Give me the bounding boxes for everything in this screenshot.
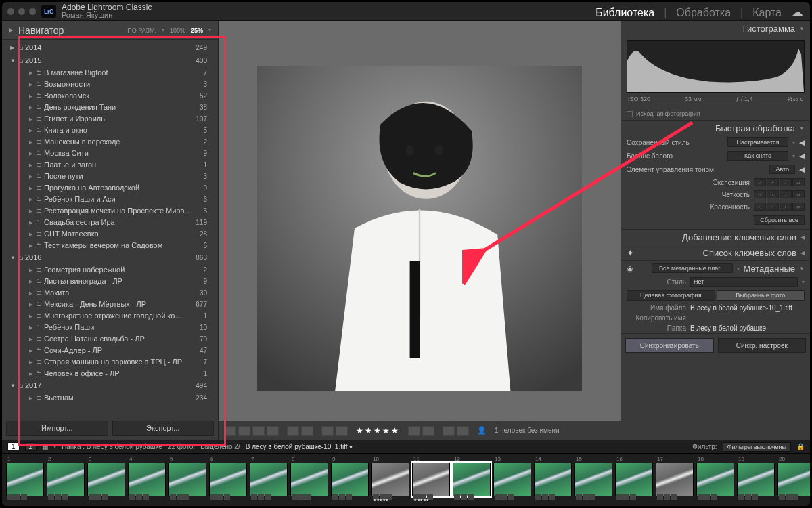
subfolder[interactable]: ▶🗀Макита30 [2,287,218,299]
disclosure-icon[interactable]: ▶ [29,183,32,193]
filmstrip-thumb[interactable]: 15 [574,457,612,501]
filmstrip-thumb[interactable]: 11★★★★★ [412,457,450,501]
disclosure-icon[interactable]: ▼ [10,381,16,391]
disclosure-icon[interactable]: ▼ [10,253,16,263]
saved-preset-select[interactable]: Настраивается [727,137,788,147]
disclosure-icon[interactable]: ▶ [29,240,32,251]
sync-button[interactable]: Синхронизировать [625,338,714,353]
filmstrip-thumb[interactable]: 9 [331,457,369,501]
module-map[interactable]: Карта [752,7,782,19]
folder-tree[interactable]: ▶🗀2014249▼🗀2015400▶🗀В магазине Bigfoot7▶… [2,40,218,417]
breadcrumb-path[interactable]: Папка : В лесу в белой рубашке [62,443,162,450]
histogram-chart[interactable] [627,40,805,93]
subfolder[interactable]: ▶🗀Реставрация мечети на Проспекте Мира..… [2,205,218,217]
filter-select[interactable]: Фильтры выключены [723,442,791,452]
rating-stars[interactable]: ★★★★★ [356,426,400,436]
disclosure-icon[interactable]: ▶ [29,125,32,135]
flag-icons[interactable] [321,426,348,436]
subfolder[interactable]: ▶🗀Москва Сити9 [2,148,218,159]
filmstrip-thumb[interactable]: 20 [777,457,810,501]
disclosure-icon[interactable]: ▶ [29,171,32,182]
disclosure-icon[interactable]: ▶ [29,137,32,147]
disclosure-icon[interactable]: ▼ [10,56,16,66]
selected-photos-button[interactable]: Выбранные фото [717,290,805,301]
quick-develop-header[interactable]: Быстрая обработка▼ [621,121,810,135]
subfolder[interactable]: ▶🗀Волоколамск52 [2,90,218,102]
subfolder[interactable]: ▶🗀В магазине Bigfoot7 [2,67,218,79]
import-button[interactable]: Импорт... [6,421,108,436]
subfolder[interactable]: ▶🗀Книга и окно5 [2,125,218,136]
filmstrip[interactable]: 12345678910★★★★★11★★★★★12131415161718192… [2,453,810,506]
disclosure-icon[interactable]: ▶ [29,322,32,333]
keyword-list-header[interactable]: ✦Список ключевых слов◀ [621,245,810,260]
module-library[interactable]: Библиотека [595,7,654,19]
style-select[interactable]: Нет [690,277,798,287]
subfolder[interactable]: ▶🗀Свадьба сестра Ира119 [2,217,218,228]
exposure-stepper[interactable]: ‹‹‹››› [754,178,805,186]
filmstrip-thumb[interactable]: 3 [87,457,125,501]
disclosure-icon[interactable]: ▶ [29,265,32,275]
subfolder[interactable]: ▶🗀Мексика - День Мёртвых - ЛР677 [2,299,218,310]
subfolder[interactable]: ▶🗀Тест камеры вечером на Садовом6 [2,240,218,251]
filmstrip-thumb[interactable]: 6 [209,457,247,501]
disclosure-icon[interactable]: ▶ [29,79,32,89]
disclosure-icon[interactable]: ▶ [29,357,32,367]
sort-icons[interactable] [287,426,313,436]
sync-settings-button[interactable]: Синхр. настроек [718,338,807,353]
zoom-fit[interactable]: ПО РАЗМ. [127,27,156,34]
subfolder[interactable]: ▶🗀Платье и вагон1 [2,159,218,171]
filmstrip-thumb[interactable]: 5 [168,457,206,501]
disclosure-icon[interactable]: ▶ [29,206,32,216]
disclosure-icon[interactable]: ▶ [29,160,32,170]
filmstrip-thumb[interactable]: 2 [47,457,85,501]
subfolder[interactable]: ▶🗀Ребёнок Паши и Аси6 [2,194,218,205]
subfolder[interactable]: ▶🗀Египет и Израиль107 [2,113,218,125]
filmstrip-thumb[interactable]: 17 [656,457,694,501]
screen-2-button[interactable]: 2 [25,442,37,451]
disclosure-icon[interactable]: ▶ [29,276,32,287]
disclosure-icon[interactable]: ▶ [29,68,32,78]
keywording-header[interactable]: Добавление ключевых слов◀ [621,230,810,245]
screen-1-button[interactable]: 1 [7,442,20,451]
disclosure-icon[interactable]: ▶ [29,345,32,356]
subfolder[interactable]: ▶🗀День рождения Тани38 [2,102,218,113]
subfolder[interactable]: ▶🗀Возможности3 [2,79,218,90]
filmstrip-thumb[interactable]: 8 [290,457,328,501]
subfolder[interactable]: ▶🗀Старая машина на парковке в ТРЦ - ЛР7 [2,356,218,368]
disclosure-icon[interactable]: ▶ [10,43,14,53]
subfolder[interactable]: ▶🗀Ребёнок Паши10 [2,322,218,333]
metadata-preset-select[interactable]: Все метаданные плаг... [652,263,733,273]
target-photo-button[interactable]: Целевая фотография [627,290,715,301]
disclosure-icon[interactable]: ▶ [29,114,32,124]
filmstrip-thumb[interactable]: 18 [696,457,734,501]
clarity-stepper[interactable]: ‹‹‹››› [754,190,805,198]
subfolder[interactable]: ▶🗀Листья винограда - ЛР9 [2,276,218,287]
filmstrip-thumb[interactable]: 19 [737,457,775,501]
disclosure-icon[interactable]: ▶ [29,393,32,403]
disclosure-icon[interactable]: ▶ [29,217,32,228]
color-label-icons[interactable] [408,426,434,436]
module-develop[interactable]: Обработка [676,7,731,19]
white-balance-select[interactable]: Как снято [727,151,788,161]
main-photo[interactable] [257,66,582,391]
view-mode-icons[interactable] [224,426,279,436]
disclosure-icon[interactable]: ▶ [29,368,32,379]
subfolder[interactable]: ▶🗀После пути3 [2,171,218,182]
year-folder[interactable]: ▶🗀2014249 [2,41,218,54]
disclosure-icon[interactable]: ▶ [29,102,32,112]
original-photo-toggle[interactable]: Исходная фотография [621,110,810,120]
histogram-header[interactable]: Гистограмма▼ [621,21,810,36]
filmstrip-thumb[interactable]: 12 [453,457,491,501]
disclosure-icon[interactable]: ▶ [29,311,32,321]
subfolder[interactable]: ▶🗀Прогулка на Автозаводской9 [2,182,218,194]
subfolder[interactable]: ▶🗀СНТ Матвеевка28 [2,228,218,240]
filmstrip-thumb[interactable]: 13 [493,457,531,501]
year-folder[interactable]: ▼🗀2016863 [2,251,218,264]
filmstrip-thumb[interactable]: 16 [615,457,653,501]
subfolder[interactable]: ▶🗀Человек в офисе - ЛР1 [2,368,218,379]
subfolder[interactable]: ▶🗀Геометрия набережной2 [2,264,218,276]
reset-all-button[interactable]: Сбросить все [754,215,805,225]
grid-icon[interactable]: ▦ [42,443,48,450]
year-folder[interactable]: ▼🗀2015400 [2,54,218,67]
cloud-sync-icon[interactable]: ☁ [791,5,803,20]
